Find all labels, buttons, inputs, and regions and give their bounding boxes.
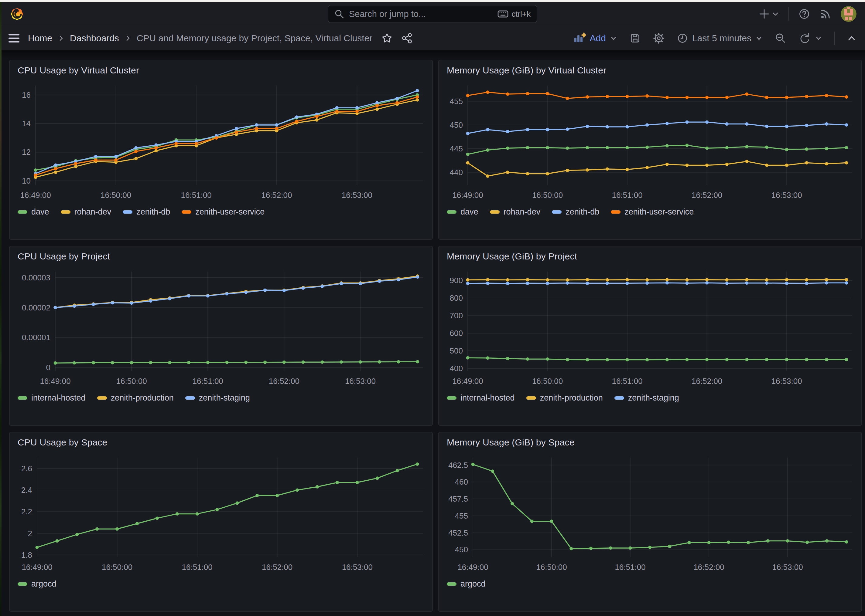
- panel-title[interactable]: CPU Usage by Space: [10, 432, 432, 449]
- top-nav-bar: ctrl+k: [0, 2, 865, 26]
- chart-svg: 44044545045516:49:0016:50:0016:51:0016:5…: [439, 77, 861, 204]
- panel-cpu-by-project: CPU Usage by Project 00.000010.000020.00…: [9, 246, 433, 426]
- time-range-picker[interactable]: Last 5 minutes: [676, 32, 763, 44]
- legend-item-zenith-staging[interactable]: zenith-staging: [614, 393, 679, 403]
- svg-text:2.6: 2.6: [21, 464, 32, 473]
- legend-label: rohan-dev: [504, 207, 540, 217]
- svg-text:16:50:00: 16:50:00: [536, 563, 567, 572]
- legend-item-internal-hosted[interactable]: internal-hosted: [17, 393, 86, 403]
- svg-text:16:51:00: 16:51:00: [192, 377, 223, 386]
- svg-text:16:49:00: 16:49:00: [22, 563, 52, 572]
- zoom-out-time-button[interactable]: [775, 32, 787, 44]
- legend-item-argocd[interactable]: argocd: [17, 579, 57, 589]
- chevron-down-icon: [815, 34, 822, 42]
- legend-item-dave[interactable]: dave: [17, 207, 49, 217]
- svg-text:16:52:00: 16:52:00: [269, 377, 299, 386]
- svg-text:16:53:00: 16:53:00: [772, 190, 802, 200]
- legend-item-argocd[interactable]: argocd: [447, 579, 486, 589]
- breadcrumb-home[interactable]: Home: [28, 33, 52, 43]
- svg-text:16:51:00: 16:51:00: [615, 563, 645, 572]
- panel-memory-by-virtual-cluster: Memory Usage (GiB) by Virtual Cluster 44…: [438, 60, 862, 240]
- chart-canvas: 44044545045516:49:0016:50:0016:51:0016:5…: [439, 77, 861, 204]
- svg-text:700: 700: [450, 311, 463, 320]
- breadcrumb-dashboards[interactable]: Dashboards: [70, 33, 119, 43]
- breadcrumb: Home Dashboards CPU and Memory usage by …: [28, 33, 372, 43]
- svg-text:457.5: 457.5: [448, 494, 468, 503]
- help-button[interactable]: [798, 8, 810, 20]
- legend-item-dave[interactable]: dave: [447, 207, 478, 217]
- panel-title[interactable]: CPU Usage by Project: [10, 247, 432, 263]
- user-avatar[interactable]: [841, 6, 857, 22]
- chart-legend: internal-hostedzenith-productionzenith-s…: [10, 390, 432, 403]
- legend-label: argocd: [31, 579, 57, 589]
- svg-text:16:49:00: 16:49:00: [20, 190, 51, 200]
- chart-legend: argocd: [439, 576, 861, 589]
- collapse-toolbar-button[interactable]: [846, 34, 857, 43]
- legend-label: dave: [460, 207, 478, 217]
- chart-svg: 1.822.22.42.616:49:0016:50:0016:51:0016:…: [10, 449, 432, 576]
- search-input[interactable]: [349, 9, 498, 19]
- legend-swatch: [614, 396, 624, 400]
- add-button[interactable]: Add: [574, 32, 618, 44]
- legend-item-zenith-user-service[interactable]: zenith-user-service: [182, 207, 265, 217]
- gear-icon: [653, 32, 665, 44]
- svg-text:2.4: 2.4: [21, 486, 32, 495]
- svg-text:600: 600: [450, 328, 463, 338]
- help-circle-icon: [798, 8, 810, 20]
- legend-swatch: [182, 210, 191, 214]
- dashboard-settings-button[interactable]: [653, 32, 665, 44]
- svg-text:16:49:00: 16:49:00: [457, 563, 488, 572]
- chevron-right-icon: [124, 35, 131, 42]
- menu-toggle-button[interactable]: [8, 33, 20, 43]
- svg-text:16:49:00: 16:49:00: [40, 377, 71, 386]
- svg-text:800: 800: [450, 294, 463, 303]
- favorite-button[interactable]: [381, 32, 393, 44]
- svg-text:450: 450: [455, 545, 468, 554]
- menu-hamburger-icon: [8, 33, 20, 43]
- svg-text:2: 2: [28, 529, 32, 538]
- legend-swatch: [611, 210, 621, 214]
- svg-text:16:49:00: 16:49:00: [452, 190, 483, 200]
- chart-legend: internal-hostedzenith-productionzenith-s…: [439, 390, 861, 403]
- search-box[interactable]: ctrl+k: [328, 5, 537, 23]
- legend-item-internal-hosted[interactable]: internal-hosted: [447, 393, 515, 403]
- chart-legend: daverohan-devzenith-dbzenith-user-servic…: [439, 204, 861, 217]
- svg-text:16:49:00: 16:49:00: [452, 377, 483, 386]
- grafana-logo[interactable]: [8, 5, 25, 22]
- panel-title[interactable]: CPU Usage by Virtual Cluster: [10, 60, 432, 77]
- svg-text:12: 12: [22, 148, 31, 157]
- legend-item-zenith-staging[interactable]: zenith-staging: [185, 393, 250, 403]
- svg-text:16:50:00: 16:50:00: [101, 190, 131, 200]
- legend-swatch: [526, 396, 536, 400]
- svg-text:16:50:00: 16:50:00: [116, 377, 147, 386]
- legend-item-zenith-db[interactable]: zenith-db: [552, 207, 599, 217]
- legend-swatch: [552, 210, 562, 214]
- legend-item-zenith-production[interactable]: zenith-production: [526, 393, 603, 403]
- search-icon: [334, 9, 344, 19]
- save-dashboard-button[interactable]: [629, 32, 641, 44]
- legend-swatch: [61, 210, 71, 214]
- legend-item-zenith-db[interactable]: zenith-db: [123, 207, 170, 217]
- legend-swatch: [97, 396, 107, 400]
- legend-item-zenith-user-service[interactable]: zenith-user-service: [611, 207, 694, 217]
- svg-text:16:53:00: 16:53:00: [342, 190, 372, 200]
- new-menu-button[interactable]: [759, 8, 779, 20]
- refresh-icon: [798, 32, 811, 44]
- chart-svg: 00.000010.000020.0000316:49:0016:50:0016…: [10, 263, 432, 390]
- dashboard-grid: CPU Usage by Virtual Cluster 1012141616:…: [0, 50, 865, 616]
- legend-item-rohan-dev[interactable]: rohan-dev: [61, 207, 112, 217]
- chart-canvas: 450452.5455457.5460462.516:49:0016:50:00…: [439, 449, 861, 576]
- legend-item-zenith-production[interactable]: zenith-production: [97, 393, 174, 403]
- panel-title[interactable]: Memory Usage (GiB) by Space: [439, 432, 861, 449]
- share-button[interactable]: [401, 32, 413, 44]
- panel-title[interactable]: Memory Usage (GiB) by Project: [439, 247, 861, 263]
- legend-swatch: [447, 582, 457, 586]
- legend-item-rohan-dev[interactable]: rohan-dev: [490, 207, 540, 217]
- keyboard-icon: [498, 10, 509, 18]
- refresh-button[interactable]: [798, 32, 822, 44]
- plus-icon: [759, 8, 779, 20]
- svg-text:16:52:00: 16:52:00: [692, 377, 722, 386]
- legend-swatch: [447, 396, 457, 400]
- news-button[interactable]: [819, 8, 832, 20]
- panel-title[interactable]: Memory Usage (GiB) by Virtual Cluster: [439, 60, 861, 77]
